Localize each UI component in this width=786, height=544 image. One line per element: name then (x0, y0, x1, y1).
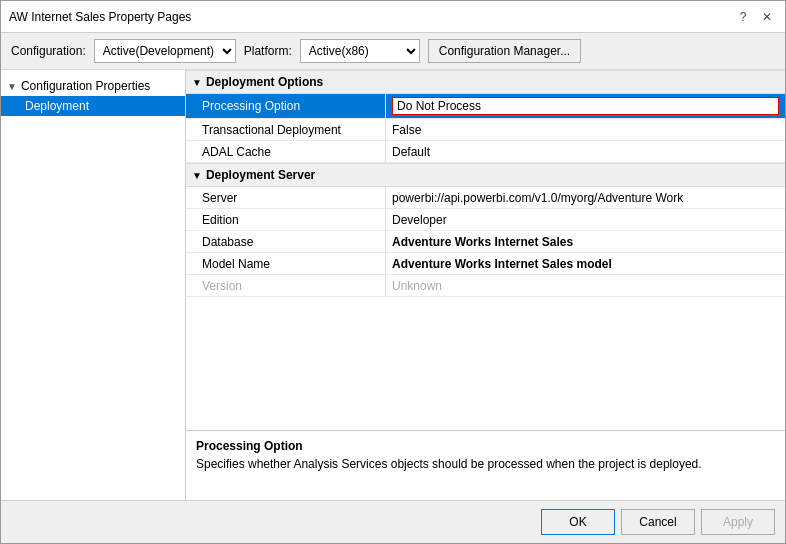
title-bar: AW Internet Sales Property Pages ? ✕ (1, 1, 785, 33)
ok-button[interactable]: OK (541, 509, 615, 535)
prop-value-adal-cache: Default (386, 141, 785, 162)
config-row: Configuration: Active(Development) Platf… (1, 33, 785, 70)
close-button[interactable]: ✕ (757, 7, 777, 27)
prop-row-server[interactable]: Server powerbi://api.powerbi.com/v1.0/my… (186, 187, 785, 209)
sidebar: ▼ Configuration Properties Deployment (1, 70, 186, 500)
prop-value-transactional: False (386, 119, 785, 140)
right-panel: ▼ Deployment Options Processing Option D… (186, 70, 785, 500)
platform-label: Platform: (244, 44, 292, 58)
main-content: ▼ Configuration Properties Deployment ▼ … (1, 70, 785, 500)
section-label: Deployment Options (206, 75, 323, 89)
prop-row-transactional[interactable]: Transactional Deployment False (186, 119, 785, 141)
prop-name-model-name: Model Name (186, 253, 386, 274)
sidebar-group-header[interactable]: ▼ Configuration Properties (1, 76, 185, 96)
configuration-manager-button[interactable]: Configuration Manager... (428, 39, 581, 63)
button-row: OK Cancel Apply (1, 500, 785, 543)
processing-option-value: Do Not Process (397, 99, 481, 113)
processing-option-dropdown[interactable]: Do Not Process ▼ (392, 97, 779, 115)
sidebar-group: ▼ Configuration Properties Deployment (1, 74, 185, 118)
prop-name-transactional: Transactional Deployment (186, 119, 386, 140)
prop-row-database[interactable]: Database Adventure Works Internet Sales (186, 231, 785, 253)
sidebar-expand-icon: ▼ (7, 81, 17, 92)
prop-row-adal-cache[interactable]: ADAL Cache Default (186, 141, 785, 163)
dialog-title: AW Internet Sales Property Pages (9, 10, 191, 24)
configuration-select[interactable]: Active(Development) (94, 39, 236, 63)
prop-row-edition[interactable]: Edition Developer (186, 209, 785, 231)
prop-name-processing-option: Processing Option (186, 94, 386, 118)
description-text: Specifies whether Analysis Services obje… (196, 457, 775, 471)
platform-select[interactable]: Active(x86) (300, 39, 420, 63)
description-panel: Processing Option Specifies whether Anal… (186, 430, 785, 500)
apply-button[interactable]: Apply (701, 509, 775, 535)
prop-value-edition: Developer (386, 209, 785, 230)
section2-expand-icon: ▼ (192, 170, 202, 181)
section2-label: Deployment Server (206, 168, 315, 182)
prop-name-version: Version (186, 275, 386, 296)
cancel-button[interactable]: Cancel (621, 509, 695, 535)
sidebar-item-deployment[interactable]: Deployment (1, 96, 185, 116)
prop-value-version: Unknown (386, 275, 785, 296)
prop-value-database: Adventure Works Internet Sales (386, 231, 785, 252)
prop-name-database: Database (186, 231, 386, 252)
prop-row-model-name[interactable]: Model Name Adventure Works Internet Sale… (186, 253, 785, 275)
dialog: AW Internet Sales Property Pages ? ✕ Con… (0, 0, 786, 544)
properties-area: ▼ Deployment Options Processing Option D… (186, 70, 785, 430)
section-deployment-server[interactable]: ▼ Deployment Server (186, 163, 785, 187)
sidebar-group-label: Configuration Properties (21, 79, 150, 93)
description-title: Processing Option (196, 439, 775, 453)
prop-name-server: Server (186, 187, 386, 208)
prop-value-model-name: Adventure Works Internet Sales model (386, 253, 785, 274)
section-expand-icon: ▼ (192, 77, 202, 88)
section-deployment-options[interactable]: ▼ Deployment Options (186, 70, 785, 94)
configuration-label: Configuration: (11, 44, 86, 58)
prop-value-processing-option: Do Not Process ▼ (386, 94, 785, 118)
prop-row-version[interactable]: Version Unknown (186, 275, 785, 297)
prop-value-server: powerbi://api.powerbi.com/v1.0/myorg/Adv… (386, 187, 785, 208)
title-bar-controls: ? ✕ (733, 7, 777, 27)
prop-row-processing-option[interactable]: Processing Option Do Not Process ▼ (186, 94, 785, 119)
dropdown-arrow-icon: ▼ (764, 101, 774, 112)
help-button[interactable]: ? (733, 7, 753, 27)
prop-name-edition: Edition (186, 209, 386, 230)
prop-name-adal-cache: ADAL Cache (186, 141, 386, 162)
